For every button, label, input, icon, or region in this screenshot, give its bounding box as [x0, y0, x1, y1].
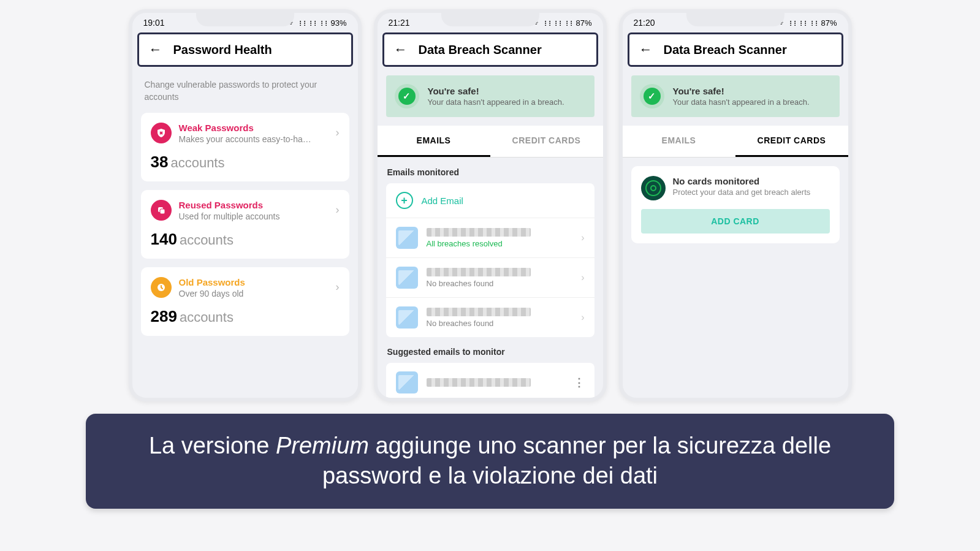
reused-passwords-card[interactable]: Reused Passwords Used for multiple accou…: [141, 190, 349, 259]
app-header: ← Password Health: [137, 32, 353, 67]
card-subtitle: Used for multiple accounts: [179, 211, 280, 221]
email-item[interactable]: All breaches resolved ›: [386, 218, 594, 258]
card-title: Weak Passwords: [179, 123, 311, 133]
email-address-redacted: [427, 308, 531, 316]
caption-banner: La versione Premium aggiunge uno scanner…: [86, 414, 894, 509]
back-button[interactable]: ←: [394, 42, 408, 58]
account-count: 38accounts: [151, 153, 340, 172]
no-cards-card: No cards monitored Protect your data and…: [631, 166, 840, 243]
safe-subtitle: Your data hasn't appeared in a breach.: [673, 97, 810, 107]
tab-emails[interactable]: EMAILS: [378, 126, 490, 157]
weak-passwords-card[interactable]: Weak Passwords Makes your accounts easy-…: [141, 113, 349, 181]
plus-icon: +: [396, 192, 413, 209]
safe-subtitle: Your data hasn't appeared in a breach.: [428, 97, 564, 107]
email-address-redacted: [427, 228, 531, 237]
nocards-title: No cards monitored: [673, 176, 811, 186]
email-status: No breaches found: [427, 319, 531, 328]
account-count: 289accounts: [151, 307, 340, 326]
status-time: 21:20: [634, 18, 655, 28]
check-icon: ✓: [640, 84, 664, 108]
card-subtitle: Makes your accounts easy-to-ha…: [179, 134, 311, 144]
email-address-redacted: [427, 268, 531, 276]
add-email-row[interactable]: + Add Email: [386, 183, 594, 218]
envelope-icon: [396, 306, 418, 329]
old-passwords-card[interactable]: Old Passwords Over 90 days old › 289acco…: [141, 267, 349, 336]
status-time: 19:01: [143, 18, 165, 28]
card-title: Reused Passwords: [179, 200, 280, 210]
check-icon: ✓: [395, 84, 419, 108]
card-subtitle: Over 90 days old: [179, 289, 245, 298]
back-button[interactable]: ←: [149, 42, 162, 58]
email-address-redacted: [427, 378, 531, 387]
phone-notch: [686, 9, 784, 26]
chevron-right-icon: ›: [581, 272, 584, 283]
phone-notch: [196, 9, 294, 26]
target-icon: [641, 176, 666, 200]
safe-title: You're safe!: [428, 86, 564, 96]
tab-emails[interactable]: EMAILS: [623, 126, 735, 157]
envelope-icon: [396, 371, 418, 393]
page-title: Data Breach Scanner: [419, 43, 542, 57]
chevron-right-icon: ›: [336, 281, 340, 294]
email-item[interactable]: No breaches found ›: [386, 298, 594, 337]
section-emails-monitored: Emails monitored: [378, 158, 603, 183]
phone-breach-emails: 21:21 ⁂ ⋮ ᯤ ⋮⋮ ⫶⫶ ⫶⫶ 87% ← Data Breach S…: [374, 9, 607, 401]
email-item[interactable]: No breaches found ›: [386, 258, 594, 298]
more-icon[interactable]: ⋮: [574, 376, 585, 389]
envelope-icon: [396, 267, 418, 289]
safe-banner: ✓ You're safe! Your data hasn't appeared…: [386, 75, 594, 117]
section-suggested-emails: Suggested emails to monitor: [378, 337, 603, 363]
email-status: No breaches found: [427, 279, 531, 288]
clock-icon: [151, 277, 172, 298]
tab-bar: EMAILS CREDIT CARDS: [623, 126, 848, 158]
email-status: All breaches resolved: [427, 239, 531, 248]
copy-icon: [151, 200, 172, 221]
chevron-right-icon: ›: [336, 126, 340, 139]
svg-rect-1: [160, 209, 165, 214]
suggested-email-item[interactable]: ⋮: [386, 363, 594, 401]
safe-title: You're safe!: [673, 86, 810, 96]
shield-x-icon: [151, 123, 172, 143]
chevron-right-icon: ›: [581, 232, 584, 243]
app-header: ← Data Breach Scanner: [382, 32, 598, 67]
page-title: Data Breach Scanner: [664, 43, 787, 57]
chevron-right-icon: ›: [581, 312, 584, 323]
suggested-list: ⋮: [386, 363, 594, 401]
add-card-button[interactable]: ADD CARD: [641, 209, 830, 234]
app-header: ← Data Breach Scanner: [628, 32, 843, 67]
phone-notch: [441, 9, 539, 26]
envelope-icon: [396, 227, 418, 249]
subtitle-text: Change vulnerable passwords to protect y…: [141, 75, 349, 113]
tab-credit-cards[interactable]: CREDIT CARDS: [490, 126, 603, 157]
card-title: Old Passwords: [179, 277, 245, 287]
phone-breach-cards: 21:20 ⁂ ⋮ ᯤ ⋮⋮ ⫶⫶ ⫶⫶ 87% ← Data Breach S…: [619, 9, 852, 401]
emails-list: + Add Email All breaches resolved › No b…: [386, 183, 594, 337]
phone-password-health: 19:01 ⁂ ⋮ ᯤ ⋮⋮ ⫶⫶ ⫶⫶ 93% ← Password Heal…: [129, 9, 362, 401]
safe-banner: ✓ You're safe! Your data hasn't appeared…: [631, 75, 840, 117]
tab-bar: EMAILS CREDIT CARDS: [378, 126, 603, 158]
nocards-subtitle: Protect your data and get breach alerts: [673, 188, 811, 197]
status-time: 21:21: [389, 18, 410, 28]
tab-credit-cards[interactable]: CREDIT CARDS: [735, 126, 848, 157]
account-count: 140accounts: [151, 230, 340, 249]
back-button[interactable]: ←: [639, 42, 653, 58]
chevron-right-icon: ›: [336, 203, 340, 216]
add-email-label: Add Email: [422, 196, 463, 206]
page-title: Password Health: [173, 43, 272, 57]
